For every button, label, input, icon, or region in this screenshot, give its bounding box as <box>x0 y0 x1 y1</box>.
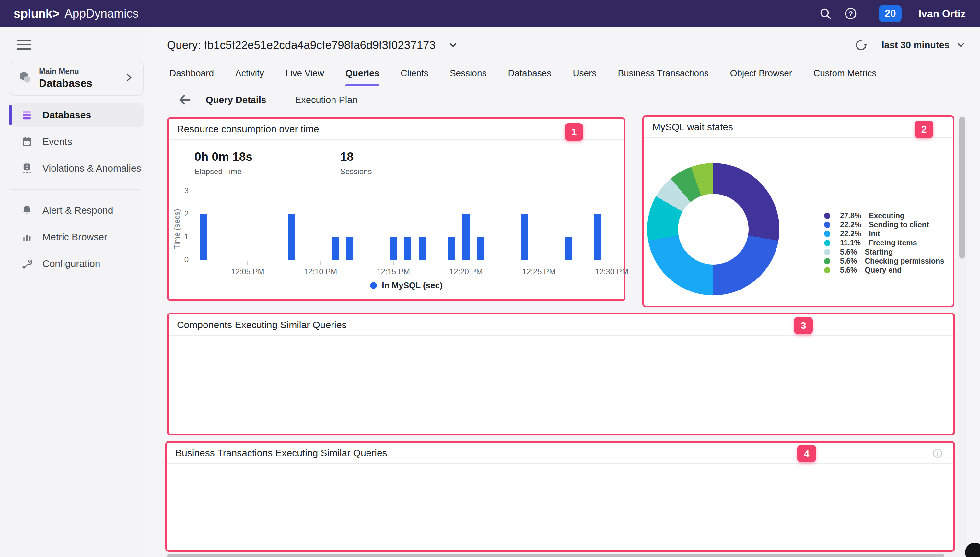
donut-legend-row-query-end: 5.6%Query end <box>824 265 944 275</box>
subtab-execution-plan[interactable]: Execution Plan <box>295 94 358 105</box>
legend-label-in-mysql: In MySQL (sec) <box>382 280 442 290</box>
bar-12-08-pm <box>288 214 295 260</box>
sidebar-item-configuration[interactable]: Configuration <box>11 251 143 276</box>
user-name[interactable]: Ivan Ortiz <box>918 8 966 20</box>
tab-activity[interactable]: Activity <box>235 62 264 86</box>
tab-custom-metrics[interactable]: Custom Metrics <box>813 62 876 86</box>
sidebar-item-label: Events <box>42 136 72 147</box>
donut-hole <box>678 194 749 265</box>
panel-bt-similar-queries: Business Transactions Executing Similar … <box>165 441 955 552</box>
gridline-y-2 <box>194 214 619 214</box>
query-chevron-down-icon[interactable] <box>448 40 458 50</box>
sidebar-item-metric-browser[interactable]: Metric Browser <box>11 225 143 249</box>
legend-dot-sending-to-client <box>824 222 830 228</box>
bar-12-12-pm <box>346 237 353 260</box>
panel3-title: Components Executing Similar Queries <box>177 319 347 331</box>
bar-12-20-pm <box>462 214 470 260</box>
time-range-selector[interactable]: last 30 minutes <box>881 40 949 50</box>
bar-12-17-pm <box>419 237 426 260</box>
gridline-y-3 <box>194 191 619 191</box>
time-range-chevron-icon[interactable] <box>956 40 966 50</box>
tab-databases[interactable]: Databases <box>508 62 552 86</box>
legend-percent: 5.6% <box>840 257 857 265</box>
x-tick-mark <box>539 261 539 265</box>
donut-legend-row-sending-to-client: 22.2%Sending to client <box>824 220 944 229</box>
subtab-bar: Query Details Execution Plan <box>151 86 980 114</box>
main-menu-card[interactable]: Main Menu Databases <box>10 60 143 96</box>
y-tick-label: 0 <box>174 255 189 264</box>
y-tick-label: 3 <box>174 186 189 195</box>
legend-percent: 5.6% <box>840 266 857 275</box>
wrench-icon <box>20 258 33 269</box>
sidebar-item-databases[interactable]: Databases <box>11 103 143 127</box>
x-tick-label: 12:05 PM <box>223 267 272 276</box>
tab-sessions[interactable]: Sessions <box>450 62 487 86</box>
bar-12-29-pm <box>594 214 601 260</box>
x-tick-label: 12:20 PM <box>442 267 490 276</box>
topbar-divider <box>868 7 869 21</box>
back-arrow-icon[interactable] <box>177 93 192 107</box>
sidebar-item-alert-respond[interactable]: Alert & Respond <box>11 198 143 223</box>
tab-business-transactions[interactable]: Business Transactions <box>618 62 709 86</box>
sidebar-item-label: Violations & Anomalies <box>42 163 141 174</box>
vertical-scrollbar[interactable] <box>958 116 967 557</box>
calendar-icon <box>20 136 33 148</box>
subtab-query-details[interactable]: Query Details <box>206 94 267 105</box>
legend-dot-freeing-items <box>824 240 830 246</box>
donut-legend-row-executing: 27.8%Executing <box>824 211 944 220</box>
y-tick-label: 2 <box>174 209 189 218</box>
legend-label: Freeing items <box>868 239 917 248</box>
horizontal-scrollbar-thumb[interactable] <box>167 554 944 557</box>
legend-label: Sending to client <box>869 220 929 229</box>
x-tick-mark <box>393 261 394 265</box>
refresh-icon[interactable] <box>854 38 868 52</box>
main-menu-hexagon-icon <box>18 70 33 86</box>
tab-queries[interactable]: Queries <box>345 62 379 86</box>
legend-dot-starting <box>824 249 830 255</box>
sidebar-item-label: Alert & Respond <box>42 205 113 216</box>
help-icon[interactable]: ? <box>844 7 858 20</box>
tab-clients[interactable]: Clients <box>401 62 428 86</box>
page-title: Query: fb1c5f22e51e2cda4a9cfe798fa6d9f3f… <box>167 39 436 52</box>
sidebar-item-events[interactable]: Events <box>11 129 143 154</box>
panel-mysql-wait-states: MySQL wait states 2 27.8%Executing22.2%S… <box>642 116 954 307</box>
legend-dot-checking-permissions <box>824 258 830 264</box>
tab-object-browser[interactable]: Object Browser <box>730 62 792 86</box>
vertical-scrollbar-thumb[interactable] <box>959 117 965 259</box>
tab-users[interactable]: Users <box>573 62 596 86</box>
som-mark-3: 3 <box>794 317 813 334</box>
som-mark-2: 2 <box>915 121 933 138</box>
bar-12-11-pm <box>332 237 339 260</box>
topbar: splunk> AppDynamics ? 20 Ivan Ortiz <box>0 0 980 27</box>
notification-count-badge[interactable]: 20 <box>879 5 902 22</box>
som-mark-4: 4 <box>797 445 816 463</box>
content-area: Resource consumption over time 1 0h 0m 1… <box>151 114 980 557</box>
sidebar: Main Menu Databases DatabasesEventsViola… <box>0 27 151 557</box>
legend-label: Starting <box>865 248 893 256</box>
tab-dashboard[interactable]: Dashboard <box>169 62 214 86</box>
legend-percent: 22.2% <box>840 230 861 238</box>
search-icon[interactable] <box>819 7 832 20</box>
tab-live-view[interactable]: Live View <box>286 62 324 86</box>
bar-12-27-pm <box>564 237 572 260</box>
main-menu-title: Databases <box>39 77 124 90</box>
query-header-row: Query: fb1c5f22e51e2cda4a9cfe798fa6d9f3f… <box>151 27 980 60</box>
svg-text:?: ? <box>848 10 853 18</box>
bar-12-24-pm <box>521 214 528 260</box>
legend-dot-init <box>824 231 830 237</box>
horizontal-scrollbar[interactable] <box>165 552 959 557</box>
main-menu-text: Main Menu Databases <box>39 67 124 90</box>
panel4-title: Business Transactions Executing Similar … <box>176 448 387 458</box>
screen-corner <box>965 543 980 557</box>
info-icon[interactable] <box>932 448 943 459</box>
legend-label: Checking permissions <box>865 257 944 265</box>
legend-label: Executing <box>869 212 905 220</box>
sidebar-item-violations-anomalies[interactable]: Violations & Anomalies <box>11 156 143 181</box>
hamburger-menu-icon[interactable] <box>17 39 31 50</box>
x-tick-label: 12:25 PM <box>515 267 563 276</box>
x-tick-label: 12:15 PM <box>369 267 418 276</box>
bar-chart: 012312:05 PM12:10 PM12:15 PM12:20 PM12:2… <box>169 119 624 299</box>
panel2-title: MySQL wait states <box>652 122 733 133</box>
x-tick-label: 12:30 PM <box>588 267 636 276</box>
panel2-header: MySQL wait states 2 <box>644 117 953 138</box>
